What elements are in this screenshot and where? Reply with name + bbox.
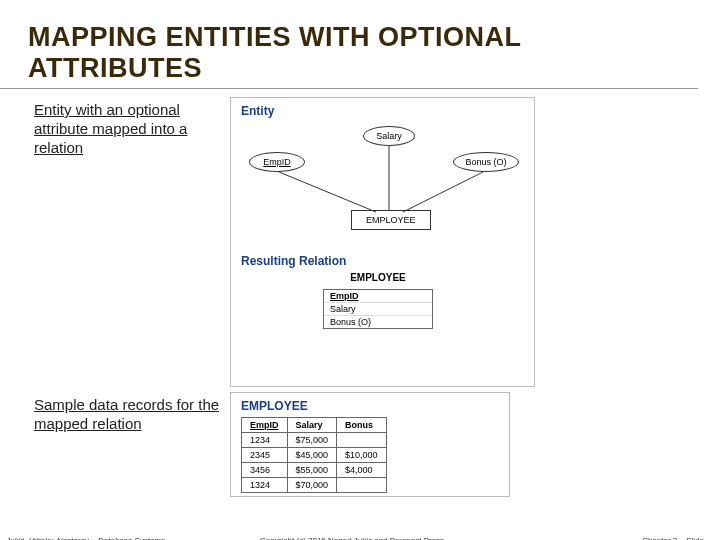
table-header-row: EmpID Salary Bonus [242,418,387,433]
cell: $55,000 [287,463,337,478]
section-entity-label: Entity [231,98,534,122]
figure-er-and-relation: Entity EmpID Salary Bonus (O) EMPLOYEE R… [230,97,535,387]
cell: 2345 [242,448,288,463]
svg-line-2 [403,172,483,212]
cell [337,433,387,448]
cell: $10,000 [337,448,387,463]
row-entity-mapping: Entity with an optional attribute mapped… [0,95,720,390]
cell: $4,000 [337,463,387,478]
cell: 3456 [242,463,288,478]
caption-entity: Entity with an optional attribute mapped… [0,95,230,157]
table-row: 1324 $70,000 [242,478,387,493]
row-sample-data: Sample data records for the mapped relat… [0,390,720,540]
relation-attr: Salary [324,303,432,316]
footer-chapter: Chapter 3 – Slide [642,536,704,540]
er-diagram: EmpID Salary Bonus (O) EMPLOYEE [231,122,534,252]
cell: 1234 [242,433,288,448]
sample-table: EmpID Salary Bonus 1234 $75,000 2345 $45… [241,417,387,493]
cell: 1324 [242,478,288,493]
col-empid: EmpID [242,418,288,433]
caption-sample: Sample data records for the mapped relat… [0,390,230,434]
table-row: 2345 $45,000 $10,000 [242,448,387,463]
col-bonus: Bonus [337,418,387,433]
cell: $70,000 [287,478,337,493]
section-resulting-label: Resulting Relation [231,252,534,272]
table-row: 1234 $75,000 [242,433,387,448]
er-lines [231,122,536,252]
sample-table-title: EMPLOYEE [241,399,499,413]
table-row: 3456 $55,000 $4,000 [242,463,387,478]
cell: $75,000 [287,433,337,448]
figure-sample-table: EMPLOYEE EmpID Salary Bonus 1234 $75,000… [230,392,510,497]
cell [337,478,387,493]
relation-attr-pk: EmpID [324,290,432,303]
svg-line-0 [279,172,376,212]
slide-title: MAPPING ENTITIES WITH OPTIONAL ATTRIBUTE… [0,0,698,89]
relation-attr: Bonus (O) [324,316,432,328]
footer-authors: Jukić, Vrbsky, Nestorov – Database Syste… [6,536,165,540]
relation-title: EMPLOYEE [323,272,433,285]
cell: $45,000 [287,448,337,463]
relation-box: EmpID Salary Bonus (O) [323,289,433,329]
content-area: Entity with an optional attribute mapped… [0,89,720,540]
col-salary: Salary [287,418,337,433]
footer-copyright: Copyright (c) 2016 Nenad Jukic and Prosp… [260,536,444,540]
